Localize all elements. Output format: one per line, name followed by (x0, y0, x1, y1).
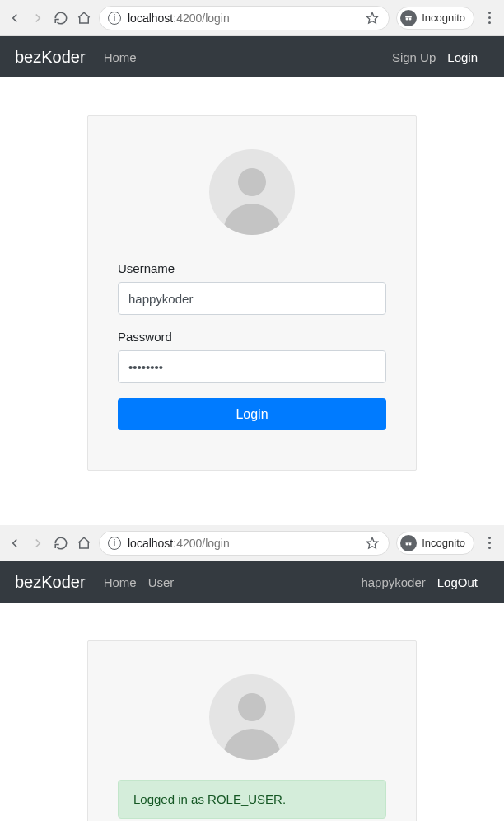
url-path: :4200/login (173, 12, 230, 25)
reload-icon[interactable] (53, 535, 69, 551)
login-card: Username Password Login (87, 115, 417, 471)
back-icon[interactable] (7, 10, 23, 26)
navbar-1: bezKoder Home Sign Up Login (0, 36, 504, 77)
nav-signup[interactable]: Sign Up (392, 50, 436, 64)
brand[interactable]: bezKoder (15, 48, 86, 67)
brand[interactable]: bezKoder (15, 573, 86, 592)
address-bar[interactable]: i localhost:4200/login (99, 531, 390, 556)
site-info-icon[interactable]: i (108, 537, 121, 550)
avatar-icon (209, 149, 295, 235)
url-host: localhost (128, 537, 173, 550)
nav-username[interactable]: happykoder (361, 575, 425, 589)
home-icon[interactable] (76, 535, 92, 551)
menu-icon[interactable] (481, 12, 497, 24)
username-label: Username (118, 261, 386, 275)
back-icon[interactable] (7, 535, 23, 551)
reload-icon[interactable] (53, 10, 69, 26)
login-button[interactable]: Login (118, 398, 386, 430)
status-card: Logged in as ROLE_USER. (87, 640, 417, 821)
browser-toolbar-1: i localhost:4200/login Incognito (0, 0, 504, 36)
address-bar[interactable]: i localhost:4200/login (99, 6, 390, 30)
star-icon[interactable] (364, 10, 380, 26)
nav-home[interactable]: Home (104, 575, 137, 589)
star-icon[interactable] (364, 535, 380, 551)
incognito-icon (400, 10, 417, 26)
url-path: :4200/login (173, 537, 230, 550)
incognito-label: Incognito (422, 537, 465, 549)
svg-point-5 (406, 542, 408, 545)
svg-point-2 (409, 17, 412, 20)
username-input[interactable] (118, 282, 386, 315)
svg-rect-3 (405, 16, 412, 18)
forward-icon[interactable] (30, 10, 46, 26)
status-message: Logged in as ROLE_USER. (118, 780, 386, 819)
nav-login[interactable]: Login (447, 50, 478, 64)
nav-logout[interactable]: LogOut (437, 575, 478, 589)
site-info-icon[interactable]: i (108, 12, 121, 25)
incognito-icon (400, 535, 417, 551)
svg-point-1 (406, 17, 408, 20)
menu-icon[interactable] (481, 537, 497, 549)
svg-rect-7 (405, 542, 412, 543)
password-label: Password (118, 330, 386, 344)
avatar-icon (209, 674, 295, 760)
svg-marker-4 (367, 537, 378, 548)
url-host: localhost (128, 12, 173, 25)
forward-icon[interactable] (30, 535, 46, 551)
incognito-label: Incognito (422, 12, 465, 24)
browser-toolbar-2: i localhost:4200/login Incognito (0, 525, 504, 561)
password-input[interactable] (118, 350, 386, 383)
login-page: Username Password Login (0, 77, 504, 509)
nav-home[interactable]: Home (104, 50, 137, 64)
home-icon[interactable] (76, 10, 92, 26)
svg-point-6 (409, 542, 412, 545)
incognito-badge: Incognito (396, 7, 474, 30)
logged-in-page: Logged in as ROLE_USER. (0, 603, 504, 821)
svg-marker-0 (367, 12, 378, 23)
nav-user[interactable]: User (148, 575, 175, 589)
incognito-badge: Incognito (396, 532, 474, 555)
navbar-2: bezKoder Home User happykoder LogOut (0, 561, 504, 603)
